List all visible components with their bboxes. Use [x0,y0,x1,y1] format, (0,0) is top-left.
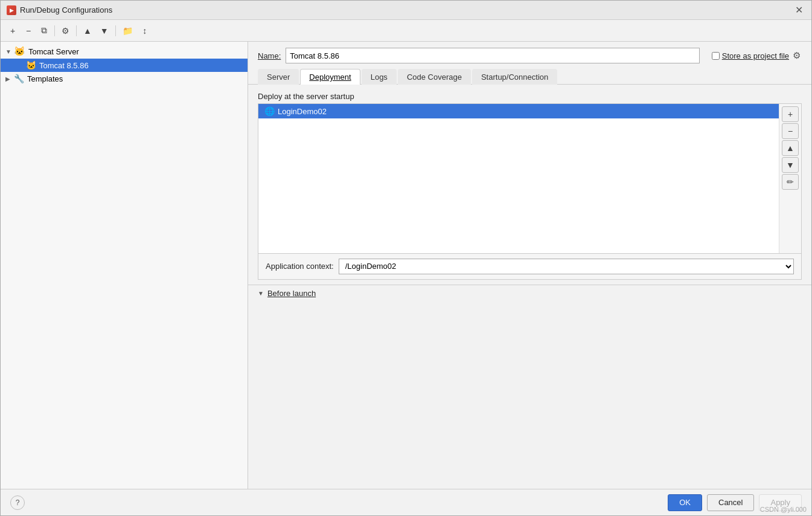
deploy-up-button[interactable]: ▲ [782,140,799,156]
separator [54,25,55,36]
tab-code-coverage[interactable]: Code Coverage [398,69,471,85]
help-button[interactable]: ? [10,495,25,510]
wrench-icon: 🔧 [14,74,24,83]
separator3 [115,25,116,36]
deploy-sidebar-buttons: + − ▲ ▼ ✏ [779,104,801,253]
close-button[interactable]: ✕ [793,5,805,15]
tree-item-templates[interactable]: ▶ 🔧 Templates [1,72,248,85]
sort-button[interactable]: ↕ [138,24,152,38]
copy-config-button[interactable]: ⧉ [37,24,51,38]
store-label: Store as project file [722,51,789,60]
dialog-icon: ▶ [7,5,16,15]
folder-button[interactable]: 📁 [119,24,136,38]
deploy-remove-button[interactable]: − [782,123,799,139]
right-panel: Name: Store as project file ⚙ Server Dep… [248,42,811,489]
tomcat-server-icon: 🐱 [14,46,25,57]
deploy-header: Deploy at the server startup [258,92,802,101]
move-up-button[interactable]: ▲ [80,24,95,38]
tomcat-instance-icon: 🐱 [26,60,36,70]
name-bar: Name: Store as project file ⚙ [248,42,811,68]
collapse-arrow-icon: ▼ [258,290,264,297]
dialog-title: Run/Debug Configurations [20,5,112,15]
title-bar: ▶ Run/Debug Configurations ✕ [1,1,811,20]
context-select[interactable]: /LoginDemo02 / /demo [339,259,794,274]
name-input[interactable] [286,48,699,63]
ok-button[interactable]: OK [668,494,702,511]
run-debug-dialog: ▶ Run/Debug Configurations ✕ + − ⧉ ⚙ ▲ ▼… [0,0,812,516]
tomcat-server-label: Tomcat Server [28,47,79,56]
left-panel: ▼ 🐱 Tomcat Server 🐱 Tomcat 8.5.86 ▶ 🔧 Te… [1,42,248,489]
spacer [248,302,811,489]
cancel-button[interactable]: Cancel [707,494,754,511]
tabs-bar: Server Deployment Logs Code Coverage Sta… [248,68,811,85]
move-down-button[interactable]: ▼ [97,24,112,38]
before-launch-section: ▼ Before launch [248,285,811,302]
store-gear-button[interactable]: ⚙ [791,50,802,61]
deploy-item[interactable]: 🌐 LoginDemo02 [258,104,779,118]
tab-deployment[interactable]: Deployment [300,69,360,85]
deploy-add-button[interactable]: + [782,106,799,122]
deploy-inner: 🌐 LoginDemo02 [258,104,779,253]
name-label: Name: [258,51,281,60]
templates-arrow: ▶ [5,76,11,82]
tomcat-instance-label: Tomcat 8.5.86 [39,61,89,70]
deploy-edit-button[interactable]: ✏ [782,174,799,190]
context-bar: Application context: /LoginDemo02 / /dem… [258,254,802,280]
context-label: Application context: [266,262,334,271]
templates-label: Templates [27,74,63,83]
remove-config-button[interactable]: − [21,24,36,38]
store-checkbox[interactable] [712,52,720,60]
toolbar: + − ⧉ ⚙ ▲ ▼ 📁 ↕ [1,20,811,42]
deploy-item-label: LoginDemo02 [278,107,327,116]
main-content: ▼ 🐱 Tomcat Server 🐱 Tomcat 8.5.86 ▶ 🔧 Te… [1,42,811,489]
bottom-bar: ? OK Cancel Apply CSDN @yli.000 [1,489,811,515]
separator2 [76,25,77,36]
deploy-item-icon: 🌐 [264,106,274,116]
deploy-area: 🌐 LoginDemo02 + − ▲ ▼ ✏ [258,103,802,254]
watermark: CSDN @yli.000 [760,506,807,513]
tree-item-tomcat-instance[interactable]: 🐱 Tomcat 8.5.86 [1,59,248,72]
tree-group-tomcat[interactable]: ▼ 🐱 Tomcat Server [1,44,248,59]
title-bar-left: ▶ Run/Debug Configurations [7,5,112,15]
settings-button[interactable]: ⚙ [58,24,73,38]
tab-server[interactable]: Server [258,69,299,85]
tab-startup-connection[interactable]: Startup/Connection [472,69,557,85]
before-launch-label: Before launch [267,289,316,298]
deploy-down-button[interactable]: ▼ [782,157,799,173]
store-checkbox-area: Store as project file ⚙ [712,50,802,61]
group-arrow: ▼ [5,48,11,55]
tab-logs[interactable]: Logs [362,69,397,85]
add-config-button[interactable]: + [5,24,20,38]
content-section: Deploy at the server startup 🌐 LoginDemo… [248,85,811,280]
